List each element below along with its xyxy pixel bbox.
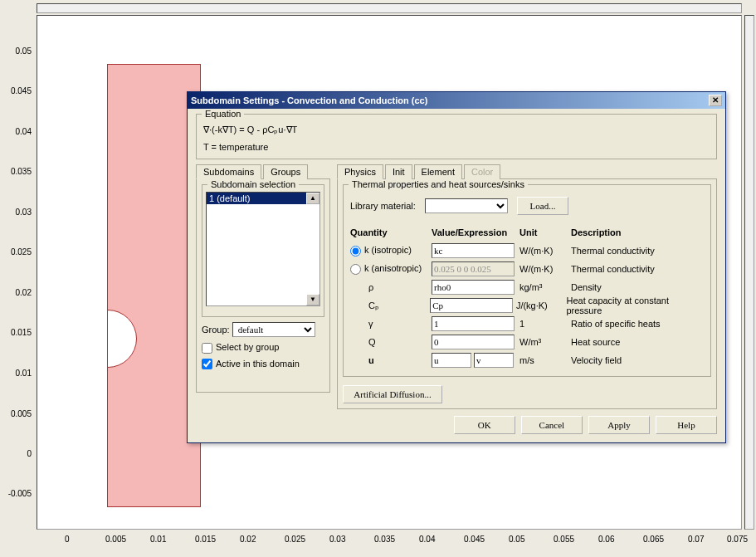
y-tick: 0.015: [0, 328, 32, 337]
radio-k-isotropic[interactable]: k (isotropic): [350, 245, 412, 257]
artificial-diffusion-button[interactable]: Artificial Diffusion...: [343, 385, 442, 403]
tab-init[interactable]: Init: [385, 164, 412, 179]
input-k-anisotropic: [432, 261, 515, 276]
tab-element[interactable]: Element: [414, 164, 462, 179]
subdomain-selection-legend: Subdomain selection: [207, 179, 299, 189]
input-v[interactable]: [474, 353, 514, 368]
library-material-label: Library material:: [350, 201, 416, 211]
dialog-title: Subdomain Settings - Convection and Cond…: [191, 95, 427, 105]
x-tick: 0.035: [374, 535, 395, 544]
x-tick: 0.04: [419, 535, 435, 544]
equation-text-2: T = temperature: [203, 142, 710, 152]
x-tick: 0.01: [150, 535, 166, 544]
equation-group: Equation ∇·(-k∇T) = Q - ρCₚu·∇T T = temp…: [196, 114, 717, 159]
group-label: Group:: [202, 325, 230, 335]
input-rho[interactable]: [432, 280, 515, 295]
x-tick: 0.025: [285, 535, 305, 544]
hdr-unit: Unit: [519, 227, 571, 237]
subdomain-list[interactable]: 1 (default) ▲ ▼: [206, 192, 320, 306]
unit-u: m/s: [519, 355, 571, 365]
label-rho: ρ: [350, 282, 432, 292]
unit-kani: W/(m·K): [519, 264, 571, 274]
desc-kiso: Thermal conductivity: [571, 246, 655, 256]
desc-q: Heat source: [571, 337, 620, 347]
x-tick: 0: [65, 535, 70, 544]
apply-button[interactable]: Apply: [588, 416, 650, 434]
y-tick: 0.04: [0, 127, 32, 136]
x-tick: 0.07: [688, 535, 704, 544]
load-button[interactable]: Load...: [517, 197, 568, 215]
radio-k-anisotropic[interactable]: k (anisotropic): [350, 263, 422, 275]
desc-u: Velocity field: [571, 355, 622, 365]
tab-groups[interactable]: Groups: [263, 164, 308, 179]
ruler-horizontal: [37, 3, 742, 13]
input-u[interactable]: [432, 353, 471, 368]
x-tick: 0.055: [554, 535, 574, 544]
list-scroll-up[interactable]: ▲: [306, 193, 319, 204]
chk-active-in-domain[interactable]: Active in this domain: [202, 359, 300, 370]
group-select[interactable]: default: [232, 322, 315, 337]
unit-q: W/m³: [519, 337, 571, 347]
x-tick: 0.03: [329, 535, 345, 544]
desc-cp: Heat capacity at constant pressure: [566, 296, 704, 315]
help-button[interactable]: Help: [656, 416, 717, 434]
y-tick: 0.045: [0, 86, 32, 95]
y-tick: -0.005: [0, 489, 32, 498]
input-gamma[interactable]: [432, 316, 515, 331]
ok-button[interactable]: OK: [454, 416, 515, 434]
list-item[interactable]: 1 (default): [207, 193, 319, 204]
subdomain-settings-dialog: Subdomain Settings - Convection and Cond…: [187, 91, 726, 443]
x-tick: 0.015: [195, 535, 216, 544]
x-tick: 0.05: [509, 535, 524, 544]
y-tick: 0.025: [0, 247, 32, 257]
chk-select-by-group[interactable]: Select by group: [202, 342, 279, 354]
unit-kiso: W/(m·K): [519, 246, 571, 256]
y-tick: 0.05: [0, 46, 32, 56]
input-cp[interactable]: [430, 298, 513, 313]
thermal-props-legend: Thermal properties and heat sources/sink…: [349, 179, 528, 189]
domain-cutout: [107, 310, 137, 368]
hdr-quantity: Quantity: [350, 227, 432, 237]
list-scroll-down[interactable]: ▼: [306, 294, 319, 305]
desc-gamma: Ratio of specific heats: [571, 319, 661, 329]
desc-rho: Density: [571, 282, 602, 292]
input-k-isotropic[interactable]: [432, 243, 515, 258]
library-material-select[interactable]: [425, 198, 508, 213]
x-tick: 0.075: [727, 535, 748, 544]
hdr-value: Value/Expression: [432, 227, 519, 237]
equation-legend: Equation: [202, 109, 244, 119]
desc-kani: Thermal conductivity: [571, 264, 655, 274]
y-tick: 0: [0, 449, 32, 458]
input-q[interactable]: [432, 335, 515, 349]
scrollbar-vertical[interactable]: [744, 15, 754, 530]
close-button[interactable]: ✕: [709, 95, 722, 106]
y-tick: 0.035: [0, 167, 32, 176]
equation-text-1: ∇·(-k∇T) = Q - ρCₚu·∇T: [203, 125, 710, 135]
tab-color: Color: [464, 164, 500, 179]
hdr-desc: Description: [571, 227, 622, 237]
label-q: Q: [350, 337, 432, 347]
label-u: u: [350, 355, 432, 365]
y-tick: 0.03: [0, 208, 32, 217]
cancel-button[interactable]: Cancel: [521, 416, 583, 434]
tab-physics[interactable]: Physics: [337, 164, 383, 179]
unit-cp: J/(kg·K): [516, 300, 567, 310]
tab-subdomains[interactable]: Subdomains: [196, 164, 261, 179]
unit-gamma: 1: [519, 319, 571, 329]
y-tick: 0.005: [0, 409, 32, 418]
x-tick: 0.02: [240, 535, 256, 544]
x-tick: 0.065: [643, 535, 664, 544]
x-tick: 0.06: [598, 535, 614, 544]
dialog-titlebar[interactable]: Subdomain Settings - Convection and Cond…: [188, 92, 725, 109]
y-tick: 0.01: [0, 369, 32, 378]
x-tick: 0.005: [105, 535, 126, 544]
y-tick: 0.02: [0, 288, 32, 297]
x-tick: 0.045: [464, 535, 485, 544]
label-gamma: γ: [350, 319, 432, 329]
label-cp: Cₚ: [350, 300, 430, 311]
unit-rho: kg/m³: [519, 282, 571, 292]
